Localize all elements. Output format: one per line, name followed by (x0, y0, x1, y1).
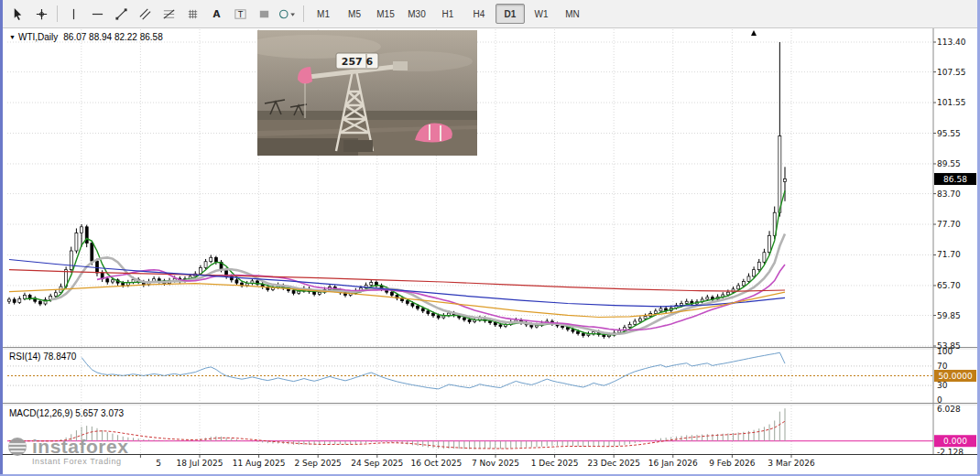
svg-text:95.55: 95.55 (937, 129, 961, 138)
trendline-tool-button[interactable] (110, 3, 132, 25)
channel-icon (138, 7, 152, 21)
fibonacci-tool-button[interactable] (158, 3, 180, 25)
text-icon: A (210, 7, 223, 21)
svg-text:-2.128: -2.128 (937, 448, 964, 457)
horizontal-line-tool-button[interactable] (86, 3, 108, 25)
svg-text:59.85: 59.85 (937, 311, 961, 320)
oil-pumpjack-photo[interactable]: 257 6 (257, 30, 477, 156)
horizontal-line-icon (91, 7, 104, 21)
svg-text:101.55: 101.55 (937, 98, 966, 107)
brand-name: instaforex (32, 436, 128, 458)
svg-text:11 Aug 2025: 11 Aug 2025 (233, 459, 286, 468)
brand-tagline: Instant Forex Trading (32, 457, 128, 466)
svg-text:2 Sep 2025: 2 Sep 2025 (295, 459, 342, 468)
svg-text:107.55: 107.55 (937, 68, 966, 77)
svg-text:16 Oct 2025: 16 Oct 2025 (411, 459, 463, 468)
svg-text:3 Mar 2026: 3 Mar 2026 (768, 459, 815, 468)
rectangle-icon (257, 7, 271, 21)
svg-text:86.58: 86.58 (943, 175, 967, 184)
svg-text:7 Nov 2025: 7 Nov 2025 (472, 459, 519, 468)
trendline-icon (114, 7, 128, 21)
photo-sign-text: 257 6 (342, 56, 374, 68)
svg-text:16 Jan 2026: 16 Jan 2026 (648, 459, 698, 468)
timeframe-button-mn[interactable]: MN (558, 4, 587, 24)
timeframe-button-m15[interactable]: M15 (371, 4, 400, 24)
svg-text:50.0000: 50.0000 (938, 372, 972, 381)
window-left-border (0, 0, 3, 476)
cursor-icon (11, 7, 25, 21)
equidistant-channel-tool-button[interactable] (134, 3, 156, 25)
svg-text:30: 30 (937, 381, 948, 390)
instaforex-watermark: instaforex Instant Forex Trading (7, 436, 128, 466)
timeframe-button-m5[interactable]: M5 (340, 4, 369, 24)
svg-text:89.55: 89.55 (937, 159, 961, 168)
chart-toolbar: A T M1 M5 M15 M30 H1 H4 D1 W1 MN (3, 0, 977, 28)
svg-text:23 Dec 2025: 23 Dec 2025 (587, 459, 640, 468)
shapes-dropdown-icon (278, 7, 297, 21)
shapes-dropdown-button[interactable] (277, 3, 299, 25)
svg-text:9 Feb 2026: 9 Feb 2026 (709, 459, 756, 468)
svg-text:100: 100 (937, 347, 953, 356)
crosshair-tool-button[interactable] (30, 3, 52, 25)
chart-canvas[interactable]: 113.40107.55101.5595.5589.5583.7077.7071… (3, 27, 977, 476)
svg-text:5: 5 (156, 459, 161, 468)
photo-sign: 257 6 (336, 53, 378, 69)
instaforex-logo-icon (7, 437, 27, 457)
label-icon: T (234, 7, 247, 21)
svg-text:65.70: 65.70 (937, 281, 961, 290)
svg-text:0.000: 0.000 (943, 437, 967, 446)
text-tool-button[interactable]: A (205, 3, 227, 25)
rectangle-tool-button[interactable] (253, 3, 275, 25)
rsi-level-badge: 50.0000 (934, 370, 976, 382)
svg-text:77.70: 77.70 (937, 220, 961, 229)
svg-text:18 Jul 2025: 18 Jul 2025 (177, 459, 223, 468)
svg-text:71.70: 71.70 (937, 250, 961, 259)
svg-text:T: T (236, 9, 243, 18)
toolbar-separator (57, 5, 58, 22)
svg-text:A: A (212, 8, 220, 19)
svg-text:0: 0 (937, 395, 942, 405)
current-price-badge: 86.58 (934, 173, 976, 185)
timeframe-button-m1[interactable]: M1 (309, 4, 338, 24)
svg-text:70: 70 (937, 362, 948, 371)
svg-text:6.028: 6.028 (937, 405, 961, 414)
vertical-line-tool-button[interactable] (62, 3, 84, 25)
vertical-line-icon (67, 7, 81, 21)
svg-text:1 Dec 2025: 1 Dec 2025 (531, 459, 579, 468)
fibonacci-icon (162, 7, 176, 21)
label-tool-button[interactable]: T (229, 3, 251, 25)
crosshair-icon (35, 7, 49, 21)
timeframe-button-h4[interactable]: H4 (464, 4, 494, 24)
macd-zero-badge: 0.000 (934, 435, 976, 447)
timeframe-button-d1[interactable]: D1 (495, 4, 525, 24)
cursor-tool-button[interactable] (6, 3, 28, 25)
grid-tool-button[interactable] (181, 3, 203, 25)
svg-text:83.70: 83.70 (937, 189, 961, 199)
grid-icon (186, 7, 200, 21)
svg-text:113.40: 113.40 (937, 38, 966, 47)
timeframe-button-m30[interactable]: M30 (402, 4, 431, 24)
timeframe-button-w1[interactable]: W1 (527, 4, 556, 24)
mt4-terminal-window: A T M1 M5 M15 M30 H1 H4 D1 W1 MN 113.401… (0, 0, 980, 476)
timeframe-button-h1[interactable]: H1 (433, 4, 463, 24)
toolbar-separator (303, 5, 304, 22)
svg-text:24 Sep 2025: 24 Sep 2025 (351, 459, 403, 468)
